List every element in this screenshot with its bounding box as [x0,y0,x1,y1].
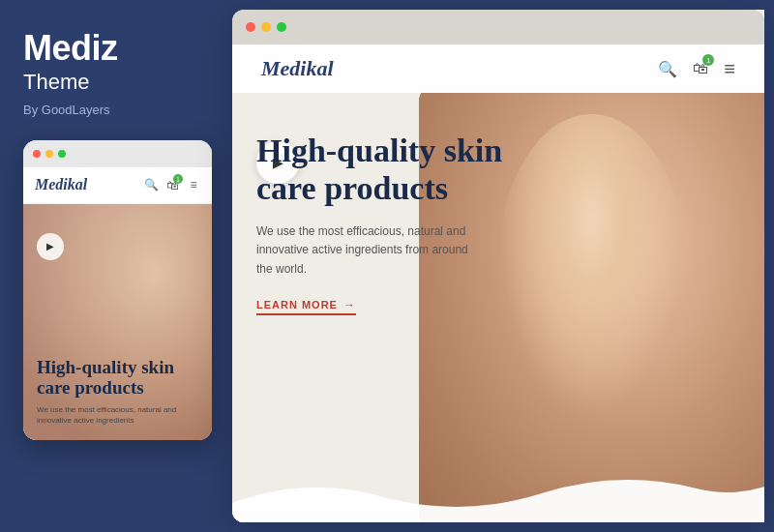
mobile-nav-icons: 🔍 🛍 1 ≡ [144,178,200,192]
dot-yellow [45,150,53,158]
hero-wave [232,464,764,522]
browser-dot-yellow [261,22,271,32]
website-nav-icons: 🔍 🛍 1 ≡ [658,58,735,80]
website-menu-icon[interactable]: ≡ [724,58,735,80]
mobile-search-icon: 🔍 [144,178,158,192]
mobile-hero-title: High-quality skin care products [37,357,198,399]
app-byline: By GoodLayers [23,103,209,117]
mobile-hero: ▶ High-quality skin care products We use… [23,204,212,440]
cart-badge: 1 [702,54,714,66]
mobile-nav: Medikal 🔍 🛍 1 ≡ [23,167,212,204]
website-nav: Medikal 🔍 🛍 1 ≡ [232,44,764,93]
dot-green [58,150,66,158]
hero-cta-label: LEARN MORE [256,299,338,310]
website-bag-icon[interactable]: 🛍 1 [693,60,708,77]
mobile-hero-text: We use the most efficacious, natural and… [37,404,198,426]
website-search-icon[interactable]: 🔍 [658,60,677,78]
mobile-preview-card: Medikal 🔍 🛍 1 ≡ ▶ High-quality skin care… [23,140,212,440]
website-hero: ▶ High-quality skin care products We use… [232,93,764,522]
app-title: Mediz [23,29,209,68]
hero-cta-arrow: → [343,298,356,311]
dot-red [33,150,41,158]
mobile-bag-icon: 🛍 1 [165,178,179,192]
browser-chrome [232,10,764,44]
mobile-play-button[interactable]: ▶ [37,233,64,260]
hero-face-highlight [498,114,685,415]
sidebar: Mediz Theme By GoodLayers Medikal 🔍 🛍 1 … [0,0,232,532]
hero-cta-button[interactable]: LEARN MORE → [256,298,356,315]
website-logo: Medikal [261,56,334,81]
main-content: Medikal 🔍 🛍 1 ≡ ▶ High-quality skin car [232,10,764,522]
app-subtitle: Theme [23,70,209,95]
mobile-top-bar [23,140,212,167]
hero-description: We use the most efficacious, natural and… [256,222,469,279]
hero-title: High-quality skin care products [256,132,508,207]
hero-content: High-quality skin care products We use t… [256,132,508,315]
mobile-menu-icon: ≡ [187,178,200,192]
browser-dot-green [277,22,286,32]
browser-dot-red [246,22,255,32]
mobile-logo: Medikal [35,176,87,193]
website-preview: Medikal 🔍 🛍 1 ≡ ▶ High-quality skin car [232,44,764,522]
mobile-hero-content: High-quality skin care products We use t… [23,347,212,440]
